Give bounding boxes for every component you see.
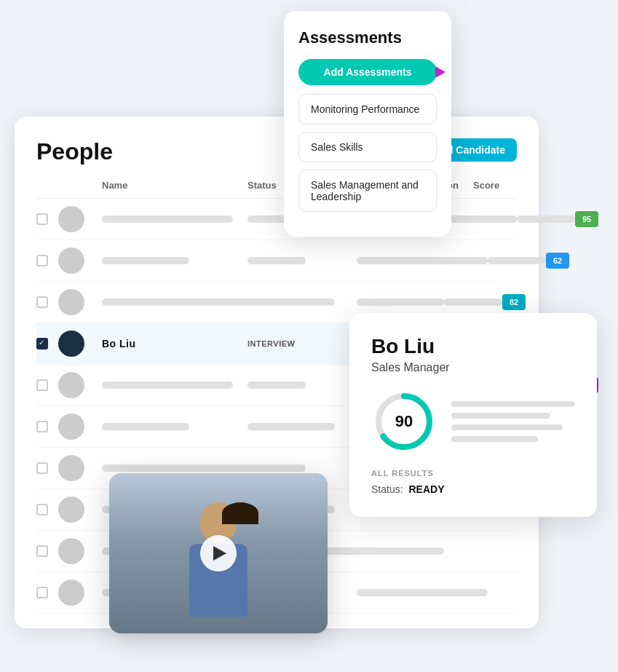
assessment-item-sales-skills[interactable]: Sales Skills bbox=[298, 132, 437, 162]
row-checkbox[interactable] bbox=[36, 545, 48, 557]
avatar bbox=[58, 248, 84, 274]
avatar bbox=[58, 455, 84, 481]
name-skeleton bbox=[102, 257, 189, 264]
data-skeleton bbox=[357, 299, 444, 306]
date-skeleton bbox=[517, 216, 575, 223]
row-checkbox[interactable] bbox=[36, 296, 48, 308]
status-skeleton bbox=[247, 257, 306, 264]
profile-content: 90 bbox=[371, 389, 575, 454]
profile-role: Sales Manager bbox=[371, 361, 575, 374]
score-badge: 62 bbox=[546, 253, 569, 269]
row-checkbox[interactable] bbox=[36, 379, 48, 391]
cursor-indicator bbox=[435, 66, 445, 78]
status-label: Status: bbox=[371, 483, 403, 495]
assessment-item-monitoring[interactable]: Monitoring Performance bbox=[298, 94, 437, 124]
assessments-panel: Assessments Add Assessments Monitoring P… bbox=[284, 11, 451, 237]
status-skeleton bbox=[247, 382, 306, 389]
play-button[interactable] bbox=[200, 535, 237, 572]
all-results-label: ALL RESULTS bbox=[371, 469, 575, 478]
row-checkbox-checked[interactable] bbox=[36, 338, 48, 349]
row-checkbox[interactable] bbox=[36, 255, 48, 266]
name-skeleton bbox=[102, 423, 189, 430]
person-name: Bo Liu bbox=[102, 338, 247, 349]
profile-name: Bo Liu bbox=[371, 335, 575, 358]
donut-chart: 90 bbox=[371, 389, 437, 454]
avatar bbox=[58, 580, 84, 606]
row-checkbox[interactable] bbox=[36, 462, 48, 474]
assessment-item-sales-management[interactable]: Sales Management and Leadership bbox=[298, 170, 437, 212]
video-panel bbox=[109, 473, 328, 633]
avatar bbox=[58, 206, 84, 232]
score-badge: 95 bbox=[575, 211, 598, 227]
avatar bbox=[58, 414, 84, 440]
date-skeleton bbox=[488, 257, 546, 264]
name-skeleton bbox=[102, 299, 262, 306]
status-value: READY bbox=[408, 483, 444, 495]
score-badge: 82 bbox=[502, 294, 526, 310]
avatar bbox=[58, 331, 84, 357]
row-checkbox[interactable] bbox=[36, 587, 48, 598]
data-skeleton bbox=[357, 548, 444, 555]
play-icon bbox=[213, 546, 226, 561]
avatar bbox=[58, 538, 84, 564]
name-skeleton bbox=[102, 216, 233, 223]
profile-line-1 bbox=[451, 401, 575, 407]
profile-status-line: Status: READY bbox=[371, 483, 575, 495]
profile-line-2 bbox=[451, 413, 550, 419]
profile-lines bbox=[451, 401, 575, 442]
status-skeleton bbox=[247, 299, 335, 306]
name-skeleton bbox=[102, 465, 262, 472]
donut-score: 90 bbox=[395, 412, 413, 431]
video-background bbox=[109, 473, 328, 633]
header-name-col: Name bbox=[102, 180, 247, 191]
assessments-title: Assessments bbox=[298, 28, 437, 47]
data-skeleton bbox=[357, 589, 488, 596]
profile-line-3 bbox=[451, 424, 563, 430]
person-status: INTERVIEW bbox=[247, 339, 357, 348]
row-checkbox[interactable] bbox=[36, 504, 48, 515]
data-skeleton bbox=[357, 257, 488, 264]
avatar bbox=[58, 289, 84, 315]
avatar bbox=[58, 497, 84, 523]
row-checkbox[interactable] bbox=[36, 421, 48, 432]
profile-line-4 bbox=[451, 436, 538, 442]
status-skeleton bbox=[247, 465, 306, 472]
row-checkbox[interactable] bbox=[36, 213, 48, 225]
avatar bbox=[58, 372, 84, 398]
date-skeleton bbox=[444, 299, 502, 306]
header-score-col: Score bbox=[473, 180, 517, 191]
add-assessments-button[interactable]: Add Assessments bbox=[298, 59, 437, 85]
status-skeleton bbox=[247, 423, 335, 430]
person-hair bbox=[222, 502, 258, 524]
table-row[interactable]: 62 bbox=[36, 240, 517, 282]
name-skeleton bbox=[102, 382, 233, 389]
profile-card: Bo Liu Sales Manager 90 ALL RESULTS Stat… bbox=[349, 313, 597, 517]
